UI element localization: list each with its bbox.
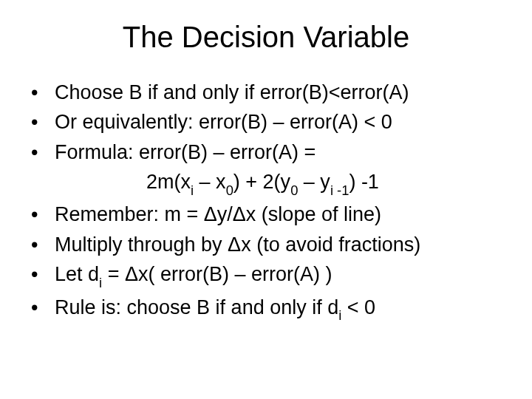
bullet-equivalently: Or equivalently: error(B) – error(A) < 0 (22, 109, 510, 135)
formula-expression: 2m(xi – x0) + 2(y0 – yi -1) -1 (22, 168, 510, 198)
bullet-let-di: Let di = Δx( error(B) – error(A) ) (22, 261, 510, 290)
bullet-list-2: Remember: m = Δy/Δx (slope of line) Mult… (22, 201, 510, 323)
bullet-multiply: Multiply through by Δx (to avoid fractio… (22, 231, 510, 258)
bullet-list: Choose B if and only if error(B)<error(A… (22, 79, 510, 166)
bullet-formula: Formula: error(B) – error(A) = (22, 139, 510, 166)
bullet-rule: Rule is: choose B if and only if di < 0 (22, 294, 510, 324)
slide-title: The Decision Variable (22, 21, 510, 54)
bullet-remember: Remember: m = Δy/Δx (slope of line) (22, 201, 510, 228)
bullet-choose-b: Choose B if and only if error(B)<error(A… (22, 79, 510, 106)
